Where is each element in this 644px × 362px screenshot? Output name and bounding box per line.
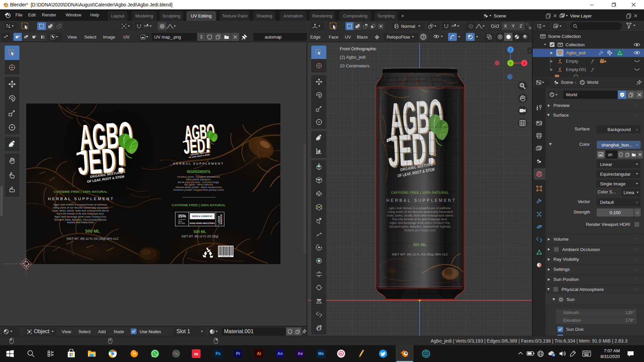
svg-text:Z: Z bbox=[509, 48, 512, 52]
svg-text:0 732021 325401: 0 732021 325401 bbox=[220, 255, 231, 257]
svg-text:Y: Y bbox=[509, 61, 512, 65]
svg-text:X: X bbox=[523, 61, 526, 65]
svg-text:?: ? bbox=[422, 35, 424, 39]
